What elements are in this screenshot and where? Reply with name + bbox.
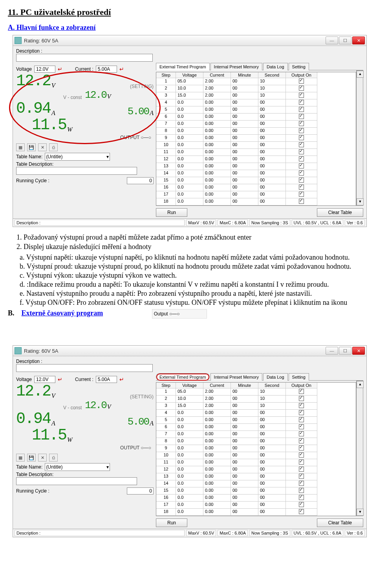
new-icon[interactable]: ▦ — [16, 454, 25, 462]
table-desc-input[interactable] — [16, 477, 137, 485]
cell[interactable]: 0.0 — [176, 135, 203, 142]
cell[interactable]: 00 — [231, 92, 258, 99]
cell[interactable]: 0.0 — [176, 170, 203, 177]
cell[interactable]: 00 — [258, 184, 286, 191]
output-on-checkbox[interactable] — [286, 396, 317, 403]
maximize-button[interactable]: ☐ — [339, 37, 351, 44]
scroll-up-icon[interactable]: ▲ — [357, 381, 364, 388]
cell[interactable]: 0.0 — [176, 121, 203, 128]
cell[interactable]: 0.0 — [176, 445, 203, 452]
cell[interactable]: 00 — [258, 135, 286, 142]
cell[interactable]: 0.00 — [203, 149, 231, 156]
cell[interactable]: 0.0 — [176, 198, 203, 205]
table-row[interactable]: 120.00.000000 — [156, 466, 356, 473]
cell[interactable]: 14 — [156, 480, 176, 487]
cell[interactable]: 00 — [231, 163, 258, 170]
readout-watt[interactable]: 11.5 — [32, 117, 66, 133]
cell[interactable]: 9 — [156, 135, 176, 142]
cell[interactable]: 00 — [231, 149, 258, 156]
cell[interactable]: 0.0 — [176, 473, 203, 480]
table-row[interactable]: 180.00.000000 — [156, 198, 356, 205]
cell[interactable]: 00 — [258, 452, 286, 459]
description-input[interactable] — [16, 54, 153, 62]
cell[interactable]: 00 — [231, 170, 258, 177]
print-icon[interactable]: ⎙ — [49, 454, 58, 462]
cell[interactable]: 05.0 — [176, 78, 203, 85]
cell[interactable]: 0.00 — [203, 452, 231, 459]
run-button[interactable]: Run — [156, 208, 187, 217]
output-on-checkbox[interactable] — [286, 191, 317, 198]
readout-voltage[interactable]: 12.2 — [16, 384, 51, 399]
table-row[interactable]: 50.00.000000 — [156, 417, 356, 424]
minimize-button[interactable]: — — [326, 37, 338, 44]
cell[interactable]: 00 — [231, 509, 258, 516]
cell[interactable]: 0.00 — [203, 128, 231, 135]
cell[interactable]: 0.00 — [203, 135, 231, 142]
cell[interactable]: 00 — [231, 473, 258, 480]
cell[interactable]: 15.0 — [176, 403, 203, 410]
section-b-link[interactable]: Externě časovaný program — [22, 309, 103, 317]
cell[interactable]: 00 — [231, 403, 258, 410]
cell[interactable]: 0.00 — [203, 184, 231, 191]
cell[interactable]: 00 — [231, 85, 258, 92]
output-on-checkbox[interactable] — [286, 502, 317, 509]
close-button[interactable]: ✕ — [352, 37, 365, 44]
cell[interactable]: 4 — [156, 410, 176, 417]
cell[interactable]: 0.00 — [203, 459, 231, 466]
output-on-checkbox[interactable] — [286, 487, 317, 495]
scroll-down-icon[interactable]: ▼ — [357, 198, 364, 205]
cell[interactable]: 8 — [156, 438, 176, 445]
output-on-checkbox[interactable] — [286, 78, 317, 85]
cell[interactable]: 5 — [156, 106, 176, 114]
cell[interactable]: 0.0 — [176, 184, 203, 191]
delete-icon[interactable]: ✕ — [38, 143, 47, 151]
table-row[interactable]: 150.00.000000 — [156, 487, 356, 495]
cell[interactable]: 00 — [231, 445, 258, 452]
table-row[interactable]: 140.00.000000 — [156, 170, 356, 177]
table-row[interactable]: 150.00.000000 — [156, 177, 356, 184]
cell[interactable]: 2 — [156, 85, 176, 92]
cell[interactable]: 00 — [258, 114, 286, 121]
cell[interactable]: 00 — [258, 198, 286, 205]
print-icon[interactable]: ⎙ — [49, 143, 58, 151]
cell[interactable]: 00 — [258, 431, 286, 438]
cell[interactable]: 0.00 — [203, 191, 231, 198]
output-on-checkbox[interactable] — [286, 424, 317, 431]
table-row[interactable]: 315.02.000010 — [156, 403, 356, 410]
output-on-checkbox[interactable] — [286, 452, 317, 459]
output-indicator[interactable]: OUTPUT ○—○ — [16, 135, 154, 140]
cell[interactable]: 0.0 — [176, 163, 203, 170]
cell[interactable]: 10 — [258, 396, 286, 403]
output-on-checkbox[interactable] — [286, 388, 317, 396]
output-on-checkbox[interactable] — [286, 121, 317, 128]
cell[interactable]: 0.00 — [203, 473, 231, 480]
cell[interactable]: 00 — [258, 128, 286, 135]
cell[interactable]: 00 — [231, 177, 258, 184]
cell[interactable]: 18 — [156, 198, 176, 205]
cell[interactable]: 5 — [156, 417, 176, 424]
table-row[interactable]: 40.00.000000 — [156, 410, 356, 417]
clear-table-button[interactable]: Clear Table — [317, 208, 363, 217]
cell[interactable]: 00 — [231, 466, 258, 473]
cell[interactable]: 00 — [258, 142, 286, 149]
close-button[interactable]: ✕ — [352, 347, 365, 355]
section-a-link[interactable]: A. Hlavní funkce a zobrazení — [8, 24, 96, 31]
table-row[interactable]: 160.00.000000 — [156, 184, 356, 191]
cell[interactable]: 0.00 — [203, 466, 231, 473]
cell[interactable]: 0.0 — [176, 487, 203, 495]
cell[interactable]: 15.0 — [176, 92, 203, 99]
cell[interactable]: 00 — [258, 502, 286, 509]
cell[interactable]: 15 — [156, 177, 176, 184]
cell[interactable]: 10 — [156, 452, 176, 459]
cell[interactable]: 9 — [156, 445, 176, 452]
cell[interactable]: 0.0 — [176, 438, 203, 445]
cell[interactable]: 10.0 — [176, 396, 203, 403]
table-row[interactable]: 80.00.000000 — [156, 128, 356, 135]
cell[interactable]: 00 — [258, 509, 286, 516]
table-row[interactable]: 110.00.000000 — [156, 459, 356, 466]
table-row[interactable]: 160.00.000000 — [156, 495, 356, 502]
cell[interactable]: 0.0 — [176, 480, 203, 487]
tab-external-timed-program[interactable]: External Timed Program — [156, 373, 210, 381]
cell[interactable]: 1 — [156, 388, 176, 396]
cell[interactable]: 4 — [156, 99, 176, 106]
